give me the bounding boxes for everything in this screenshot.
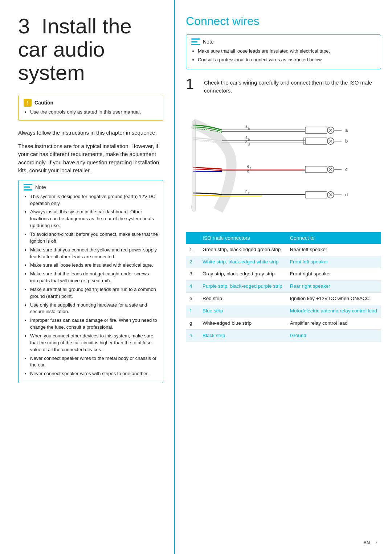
table-row: gWhite-edged blue stripAmplifier relay c… bbox=[186, 317, 381, 330]
table-header-connector: ISO male connectors bbox=[199, 232, 286, 244]
wiring-svg: a a b b a b c d bbox=[186, 102, 381, 225]
note-item-left: Always install this system in the car da… bbox=[30, 209, 158, 229]
table-cell-connect-to: Ground bbox=[286, 329, 381, 342]
note-item-left: Use only the supplied mounting hardware … bbox=[30, 302, 158, 316]
svg-text:g: g bbox=[247, 169, 249, 173]
intro-text-2: These instructions are for a typical ins… bbox=[18, 142, 163, 175]
table-cell-connector: White strip, black-edged white strip bbox=[199, 256, 286, 268]
note-item-left: Never connect speaker wires to the metal… bbox=[30, 355, 158, 369]
caution-item: Use the controls only as stated in this … bbox=[30, 109, 158, 116]
table-cell-connect-to: Rear right speaker bbox=[286, 280, 381, 293]
svg-text:e: e bbox=[247, 164, 249, 168]
note-item-left: This system is designed for negative gro… bbox=[30, 193, 158, 207]
svg-text:b: b bbox=[345, 138, 348, 144]
step-1-number: 1 bbox=[186, 77, 199, 95]
note-icon-left bbox=[24, 184, 32, 190]
table-cell-connect-to: Ignition key +12V DC when ON/ACC bbox=[286, 293, 381, 305]
chapter-number: 3 bbox=[18, 14, 30, 38]
svg-text:d: d bbox=[248, 143, 250, 146]
connector-table: ISO male connectors Connect to 1Green st… bbox=[186, 232, 381, 342]
note-box-left: Note This system is designed for negativ… bbox=[18, 180, 163, 383]
svg-text:i: i bbox=[248, 192, 249, 196]
footer-language: EN bbox=[363, 540, 370, 545]
section-title: Connect wires bbox=[186, 15, 381, 28]
table-cell-num: 3 bbox=[186, 268, 199, 280]
note-item-left: When you connect other devices to this s… bbox=[30, 333, 158, 353]
note-header-right: Note bbox=[191, 38, 376, 45]
table-cell-num: f bbox=[186, 305, 199, 317]
note-item-left: Make sure that you connect the yellow an… bbox=[30, 247, 158, 260]
table-cell-connector: Black strip bbox=[199, 329, 286, 342]
note-box-right: Note Make sure that all loose leads are … bbox=[186, 34, 381, 69]
note-title-right: Note bbox=[203, 39, 214, 45]
note-item-left: Improper fuses can cause damage or fire.… bbox=[30, 317, 158, 331]
note-item-left: Make sure that the leads do not get caug… bbox=[30, 271, 158, 284]
chapter-title: 3 Install the car audio system bbox=[18, 15, 163, 84]
note-item-left: Make sure that all ground (earth) leads … bbox=[30, 286, 158, 300]
table-row: hBlack stripGround bbox=[186, 329, 381, 342]
table-cell-connect-to: Front left speaker bbox=[286, 256, 381, 268]
note-item-left: Make sure all loose leads are insulated … bbox=[30, 262, 158, 269]
table-cell-connect-to: Front right speaker bbox=[286, 268, 381, 280]
svg-text:c: c bbox=[345, 167, 348, 172]
table-cell-num: e bbox=[186, 293, 199, 305]
table-cell-connector: Red strip bbox=[199, 293, 286, 305]
table-cell-num: 4 bbox=[186, 280, 199, 293]
step-1-text: Check the car's wiring carefully and con… bbox=[204, 77, 381, 95]
note-icon-right bbox=[191, 38, 200, 45]
note-body-right: Make sure that all loose leads are insul… bbox=[191, 48, 376, 63]
svg-text:a: a bbox=[245, 124, 248, 128]
svg-text:d: d bbox=[345, 192, 348, 197]
table-cell-num: h bbox=[186, 329, 199, 342]
svg-text:b: b bbox=[248, 127, 250, 131]
table-cell-connect-to: Motor/electric antenna relay control lea… bbox=[286, 305, 381, 317]
table-header-connect: Connect to bbox=[286, 232, 381, 244]
table-row: eRed stripIgnition key +12V DC when ON/A… bbox=[186, 293, 381, 305]
table-cell-connect-to: Rear left speaker bbox=[286, 244, 381, 256]
wiring-diagram: a a b b a b c d bbox=[186, 102, 381, 225]
table-cell-connect-to: Amplifier relay control lead bbox=[286, 317, 381, 330]
svg-text:c: c bbox=[245, 140, 247, 144]
svg-text:b: b bbox=[248, 138, 250, 141]
note-header-left: Note bbox=[24, 184, 158, 190]
svg-text:h: h bbox=[245, 189, 248, 193]
caution-box: ! Caution Use the controls only as state… bbox=[18, 95, 163, 121]
caution-body: Use the controls only as stated in this … bbox=[24, 109, 158, 116]
caution-header: ! Caution bbox=[24, 99, 158, 107]
svg-text:a: a bbox=[245, 135, 248, 139]
table-cell-num: 1 bbox=[186, 244, 199, 256]
page-footer: EN 7 bbox=[363, 540, 377, 545]
table-cell-connector: Gray strip, black-edged gray strip bbox=[199, 268, 286, 280]
caution-title: Caution bbox=[34, 100, 53, 106]
intro-text-1: Always follow the instructions in this c… bbox=[18, 129, 163, 137]
note-title-left: Note bbox=[35, 184, 46, 190]
table-cell-connector: Purple strip, black-edged purple strip bbox=[199, 280, 286, 293]
table-row: 1Green strip, black-edged green stripRea… bbox=[186, 244, 381, 256]
table-row: 4Purple strip, black-edged purple stripR… bbox=[186, 280, 381, 293]
table-cell-num: 2 bbox=[186, 256, 199, 268]
caution-icon: ! bbox=[24, 99, 32, 107]
note-item-left: Never connect speaker wires with stripes… bbox=[30, 370, 158, 377]
chapter-title-text: Install the car audio system bbox=[18, 14, 132, 84]
table-cell-connector: White-edged blue strip bbox=[199, 317, 286, 330]
note-body-left: This system is designed for negative gro… bbox=[24, 193, 158, 377]
table-header-num bbox=[186, 232, 199, 244]
table-row: fBlue stripMotor/electric antenna relay … bbox=[186, 305, 381, 317]
table-row: 3Gray strip, black-edged gray stripFront… bbox=[186, 268, 381, 280]
table-cell-connector: Blue strip bbox=[199, 305, 286, 317]
note-item-right: Make sure that all loose leads are insul… bbox=[198, 48, 376, 55]
footer-page: 7 bbox=[375, 540, 377, 545]
step-1-container: 1 Check the car's wiring carefully and c… bbox=[186, 77, 381, 95]
table-row: 2White strip, black-edged white stripFro… bbox=[186, 256, 381, 268]
svg-text:a: a bbox=[345, 127, 348, 133]
table-cell-connector: Green strip, black-edged green strip bbox=[199, 244, 286, 256]
table-cell-num: g bbox=[186, 317, 199, 330]
note-item-right: Consult a professional to connect wires … bbox=[198, 57, 376, 63]
note-item-left: To avoid short-circuit: before you conne… bbox=[30, 231, 158, 245]
